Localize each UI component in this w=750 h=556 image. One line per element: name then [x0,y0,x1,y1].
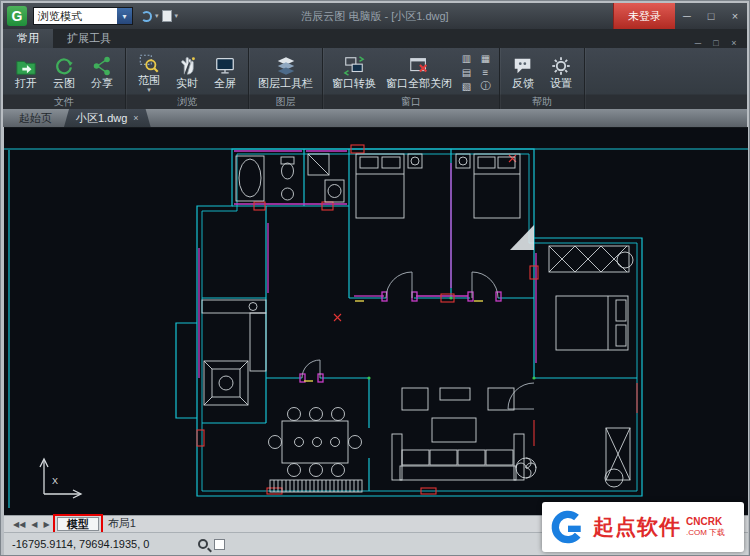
chevron-down-icon[interactable]: ▾ [155,12,159,20]
cursor-coordinates: -16795.9114, 79694.1935, 0 [12,538,192,550]
close-all-windows-button[interactable]: 窗口全部关闭 [382,50,456,94]
open-button[interactable]: 打开 [8,50,44,94]
document-tab-bar: 起始页 小区1.dwg × [3,109,747,127]
ribbon-group-help: 反馈 设置 帮助 [500,48,585,109]
watermark: 起点软件 CNCRK .COM 下载 [542,502,744,552]
drawing-furniture [202,154,633,492]
watermark-brand: 起点软件 [593,513,681,541]
zoom-extents-icon [138,52,160,74]
tab-nav-next-button[interactable]: ▶ [40,520,52,529]
layers-icon [275,55,297,77]
floor-plan-drawing: X [4,128,748,516]
realtime-pan-button[interactable]: 实时 [169,50,205,94]
share-button[interactable]: 分享 [84,50,120,94]
share-icon [91,55,113,77]
layer-toolbar-button[interactable]: 图层工具栏 [254,50,317,94]
ribbon-tab-extended-tools[interactable]: 扩展工具 [53,29,125,48]
ribbon-tab-common[interactable]: 常用 [3,29,53,48]
ribbon-tab-bar: 常用 扩展工具 ─ □ × [3,29,747,48]
app-logo-icon[interactable]: G [7,6,27,26]
doc-close-button[interactable]: × [725,38,743,48]
doc-restore-button[interactable]: □ [707,38,725,48]
ribbon-group-browse: 范围 ▾ 实时 全屏 [126,48,249,109]
group-label-window: 窗口 [323,95,499,109]
group-label-help: 帮助 [500,95,584,109]
window-tile-buttons: ▥ ▤ ▧ [458,50,475,94]
maximize-button[interactable]: □ [699,3,723,29]
tab-layout1[interactable]: 布局1 [99,516,145,532]
info-button[interactable]: ⓘ [477,80,494,93]
ribbon: 打开 云图 分享 文件 [3,48,747,109]
selection-box-icon[interactable] [214,539,225,550]
window-switch-button[interactable]: 窗口转换 [328,50,380,94]
sync-icon[interactable] [141,11,152,22]
gear-icon [550,55,572,77]
ribbon-group-window: 窗口转换 窗口全部关闭 ▥ ▤ ▧ ▦ ≡ [323,48,500,109]
doc-tab-start-page[interactable]: 起始页 [7,109,64,127]
grid-view-button[interactable]: ▦ [477,52,494,65]
cloud-sync-icon [53,55,75,77]
document-window-controls: ─ □ × [689,38,747,48]
drawing-walls [4,149,748,508]
document-icon[interactable] [162,10,172,22]
hand-icon [176,55,198,77]
group-label-browse: 浏览 [126,95,248,109]
login-button[interactable]: 未登录 [613,3,675,29]
ribbon-group-layer: 图层工具栏 图层 [249,48,323,109]
tile-horizontal-button[interactable]: ▤ [458,66,475,79]
settings-button[interactable]: 设置 [543,50,579,94]
range-zoom-button[interactable]: 范围 ▾ [131,50,167,94]
drawing-highlights [304,301,483,381]
ribbon-group-file: 打开 云图 分享 文件 [3,48,126,109]
mode-select-value: 浏览模式 [34,9,117,24]
chevron-down-icon: ▾ [117,8,132,24]
ucs-x-label: X [52,476,58,486]
tile-vertical-button[interactable]: ▥ [458,52,475,65]
window-controls: ─ □ × [675,3,747,29]
watermark-site: CNCRK [686,516,725,527]
tab-close-icon[interactable]: × [133,113,138,123]
feedback-button[interactable]: 反馈 [505,50,541,94]
watermark-logo-icon [548,507,588,547]
window-misc-buttons: ▦ ≡ ⓘ [477,50,494,94]
drawing-door-marks [197,145,637,494]
ucs-icon: X [40,459,81,498]
title-bar: G 浏览模式 ▾ ▾ ▾ 浩辰云图 电脑版 - [小区1.dwg] 未登录 ─ … [3,3,747,29]
chevron-down-icon[interactable]: ▾ [175,12,179,20]
magnifier-icon[interactable] [198,539,208,549]
drawing-points [367,296,535,379]
tab-nav-prev-button[interactable]: ◀ [28,520,40,529]
cloud-button[interactable]: 云图 [46,50,82,94]
doc-minimize-button[interactable]: ─ [689,38,707,48]
group-label-file: 文件 [3,95,125,109]
tab-model[interactable]: 模型 [57,517,99,531]
doc-tab-drawing[interactable]: 小区1.dwg × [64,109,151,127]
list-view-button[interactable]: ≡ [477,66,494,79]
drawing-canvas[interactable]: X [4,127,748,515]
mode-select[interactable]: 浏览模式 ▾ [33,7,133,25]
cascade-windows-button[interactable]: ▧ [458,80,475,93]
quick-access-toolbar: ▾ ▾ [141,10,178,22]
group-label-layer: 图层 [249,95,322,109]
window-title: 浩辰云图 电脑版 - [小区1.dwg] [163,9,587,24]
monitor-icon [214,55,236,77]
window-switch-icon [343,55,365,77]
window-close-all-icon [408,55,430,77]
app-window: G 浏览模式 ▾ ▾ ▾ 浩辰云图 电脑版 - [小区1.dwg] 未登录 ─ … [0,0,750,556]
tab-nav-first-button[interactable]: ◀◀ [10,520,28,529]
open-folder-icon [15,55,37,77]
minimize-button[interactable]: ─ [675,3,699,29]
feedback-bubble-icon [512,55,534,77]
watermark-tagline: .COM 下载 [686,527,725,538]
fullscreen-button[interactable]: 全屏 [207,50,243,94]
close-button[interactable]: × [723,3,747,29]
chevron-down-icon: ▾ [147,87,151,93]
